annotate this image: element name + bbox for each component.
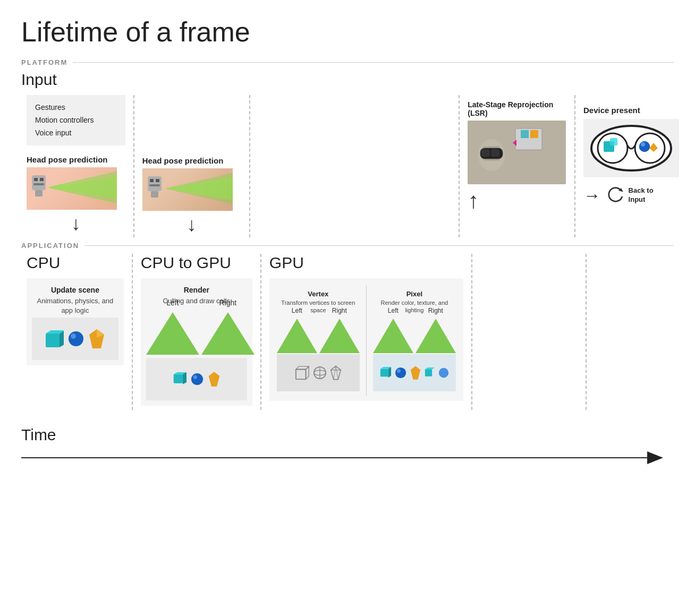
render-card: Render Culling and draw calls Left Right xyxy=(141,278,252,406)
platform-columns: Gestures Motion controllers Voice input … xyxy=(21,95,674,237)
application-columns: CPU Update scene Animations, physics, an… xyxy=(21,254,674,410)
input-label: Input xyxy=(21,71,674,89)
render-title: Render xyxy=(146,286,247,294)
gpu-card: Vertex Transform vertices to screen spac… xyxy=(269,278,463,401)
pixel-triangle-right: Right xyxy=(416,319,456,353)
render-triangle-left: Left xyxy=(146,312,199,355)
goggles-illustration xyxy=(583,119,679,177)
svg-point-70 xyxy=(439,367,448,377)
teal-cube-icon xyxy=(45,329,64,348)
pixel-objects-area xyxy=(373,354,456,391)
robot-icon-1 xyxy=(28,173,50,202)
cpu-objects-area xyxy=(32,318,118,360)
pixel-right-label: Right xyxy=(428,307,443,314)
col-cpu: CPU Update scene Animations, physics, an… xyxy=(21,254,129,370)
svg-rect-18 xyxy=(521,130,529,138)
arrow-down-1: ↓ xyxy=(27,214,125,233)
svg-point-66 xyxy=(397,369,401,372)
cpu-label: CPU xyxy=(27,254,124,272)
input-item-motion: Motion controllers xyxy=(35,114,117,127)
svg-rect-27 xyxy=(491,149,499,157)
head-pose-img-1 xyxy=(27,167,117,210)
divider-4 xyxy=(574,95,575,237)
pixel-cube-icon xyxy=(380,367,392,379)
vertex-right-label: Right xyxy=(332,307,347,314)
wireframe-sphere-icon xyxy=(313,366,327,380)
robot-icon-2 xyxy=(143,174,166,203)
arrow-up-lsr: ↑ xyxy=(468,190,479,212)
svg-rect-2 xyxy=(40,178,44,181)
svg-point-65 xyxy=(395,367,406,378)
head-pose-img-2 xyxy=(142,168,233,211)
svg-point-49 xyxy=(191,373,203,385)
pixel-left-label: Left xyxy=(388,307,399,314)
svg-rect-0 xyxy=(32,175,46,190)
col-headpose2: Head pose prediction ↓ xyxy=(137,95,247,237)
svg-marker-69 xyxy=(425,367,435,369)
pixel-triangles: Left Right xyxy=(373,319,456,353)
divider-app-2 xyxy=(260,254,261,410)
render-gem-icon xyxy=(208,372,221,387)
vertex-title: Vertex xyxy=(277,290,360,298)
svg-marker-58 xyxy=(331,366,341,379)
svg-marker-51 xyxy=(209,372,220,386)
pixel-title: Pixel xyxy=(373,290,456,298)
pixel-cube2-icon xyxy=(425,367,435,378)
pixel-sphere2-icon xyxy=(438,367,449,378)
input-items-box: Gestures Motion controllers Voice input xyxy=(27,95,125,146)
pixel-gem-icon xyxy=(410,366,421,380)
vertex-half: Vertex Transform vertices to screen spac… xyxy=(275,286,362,396)
divider-app-1 xyxy=(132,254,133,410)
green-cone-1 xyxy=(49,172,117,203)
vertex-triangle-right: Right xyxy=(319,319,360,353)
render-sphere-icon xyxy=(191,373,204,386)
input-item-voice: Voice input xyxy=(35,127,117,140)
svg-marker-67 xyxy=(411,366,420,380)
svg-rect-4 xyxy=(35,190,43,196)
vertex-right-shape: Right xyxy=(319,319,360,353)
svg-rect-52 xyxy=(296,369,306,379)
gpu-label: GPU xyxy=(269,254,463,272)
pixel-sphere-icon xyxy=(395,367,406,379)
arrow-right-device: → xyxy=(583,186,600,206)
update-scene-title: Update scene xyxy=(32,286,118,294)
time-section: Time xyxy=(21,421,674,468)
render-cube-icon xyxy=(173,372,187,386)
right-triangle-shape-render: Right xyxy=(201,312,255,355)
divider-app-3 xyxy=(471,254,472,410)
vertex-sub: Transform vertices to screen space xyxy=(277,299,360,314)
vertex-left-shape: Left xyxy=(277,319,317,353)
gpu-card-inner: Vertex Transform vertices to screen spac… xyxy=(275,286,458,396)
head-pose-label-2: Head pose prediction xyxy=(142,156,241,165)
wireframe-gem-icon xyxy=(330,365,342,380)
head-pose-label-1: Head pose prediction xyxy=(27,155,125,164)
pixel-sub: Render color, texture, and lighting xyxy=(373,299,456,314)
render-objects-area xyxy=(146,358,247,400)
pixel-half: Pixel Render color, texture, and lightin… xyxy=(371,286,458,396)
svg-rect-46 xyxy=(174,374,183,383)
goggles-image xyxy=(583,119,679,177)
svg-rect-13 xyxy=(151,191,158,198)
svg-point-50 xyxy=(193,375,197,379)
arrow-down-2: ↓ xyxy=(142,215,241,234)
render-triangles: Left Right xyxy=(146,312,247,355)
col-lsr: Late-Stage Reprojection (LSR) xyxy=(462,95,572,215)
svg-point-36 xyxy=(641,142,645,147)
svg-rect-3 xyxy=(33,183,44,185)
loop-arrow-icon xyxy=(605,185,624,206)
divider-2 xyxy=(249,95,250,237)
svg-point-42 xyxy=(69,331,83,346)
vertex-triangles: Left Right xyxy=(277,319,360,353)
col-gpu: GPU Vertex Transform vertices to screen … xyxy=(264,254,469,405)
divider-1 xyxy=(133,95,134,237)
update-scene-card: Update scene Animations, physics, and ap… xyxy=(27,278,124,365)
left-label: Left xyxy=(166,298,179,307)
svg-rect-33 xyxy=(610,138,617,146)
platform-label: PLATFORM xyxy=(21,58,674,66)
svg-point-43 xyxy=(71,333,76,339)
time-arrow-line xyxy=(21,457,647,458)
application-label: APPLICATION xyxy=(21,242,674,250)
gold-gem-icon xyxy=(88,329,105,348)
time-arrow xyxy=(21,447,674,468)
vertex-wireframe-area xyxy=(277,354,360,391)
